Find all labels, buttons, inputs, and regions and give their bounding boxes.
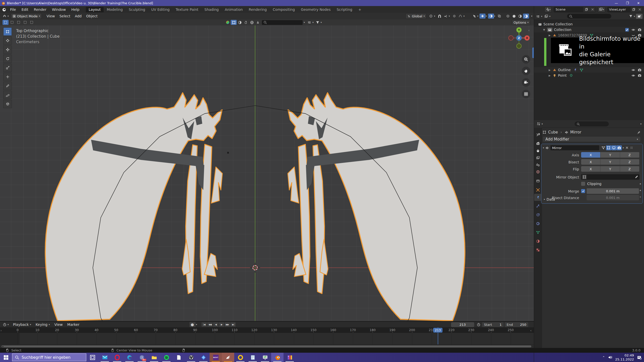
filter-world-icon[interactable] [249,20,255,25]
minimize-button[interactable]: — [611,0,622,6]
taskbar-icon-gem[interactable] [197,353,210,362]
timeline-menu-view[interactable]: View [52,323,65,327]
properties-tab-tool[interactable] [534,131,542,138]
merge-checkbox[interactable] [581,189,585,193]
tool-cursor[interactable] [3,36,12,45]
viewlayer-browse[interactable]: ▾ [598,7,605,12]
properties-tab-texture[interactable] [534,246,542,253]
eye-toggle-icon[interactable] [631,28,635,32]
workspace-tab-texture-paint[interactable]: Texture Paint [173,7,201,12]
disclosure-closed-icon[interactable]: ▶ [549,74,552,77]
flip-x-button[interactable]: X [581,166,600,172]
menu-edit[interactable]: Edit [19,8,31,12]
tool-move[interactable] [3,46,12,54]
tray-volume-icon[interactable] [608,355,612,359]
properties-tab-render[interactable] [534,140,542,147]
shading-wireframe-icon[interactable] [505,14,511,19]
filter-shading-icon[interactable] [237,20,243,25]
taskbar-icon-notepad[interactable] [247,353,259,362]
breadcrumb-object[interactable]: Cube [548,130,558,134]
on-cage-icon[interactable] [606,145,611,150]
snap-magnet-icon[interactable] [437,14,443,19]
blender-menu-icon[interactable] [2,7,6,12]
menu-help[interactable]: Help [69,8,82,12]
check-toggle-icon[interactable] [625,28,629,32]
properties-editor-type-icon[interactable] [536,121,542,126]
outliner-display-mode-icon[interactable] [535,14,541,19]
tool-measure[interactable] [3,91,12,99]
bisect-x-button[interactable]: X [581,159,600,165]
sidebar-toggle-arrow[interactable]: ‹ [528,28,530,32]
remove-viewlayer-icon[interactable]: ✕ [637,7,643,12]
start-frame-field[interactable]: Start1 [482,322,504,327]
grid-perspective-icon[interactable] [522,90,530,98]
outliner-row-outline[interactable]: ▶Outline [534,67,644,73]
pin-icon[interactable] [637,130,641,134]
taskbar-icon-obs[interactable] [185,353,197,362]
properties-tab-material[interactable] [534,238,542,245]
properties-tab-world[interactable] [534,168,542,175]
options-button[interactable]: Options▾ [512,20,530,25]
tool-select-box[interactable] [3,27,12,36]
pan-view-icon[interactable] [522,67,530,75]
next-keyframe-button[interactable]: ▶▶ [225,322,230,327]
eyedropper-icon[interactable] [634,175,638,179]
tray-clock[interactable]: 02:49 25.11.2022 [615,353,634,361]
proportional-edit-icon[interactable] [451,14,457,19]
snap-target-icon[interactable] [443,14,449,19]
prev-keyframe-button[interactable]: ◀◀ [207,322,213,327]
camera-toggle-icon[interactable] [638,28,641,32]
end-frame-field[interactable]: End250 [505,322,528,327]
clipping-checkbox[interactable] [581,182,585,186]
copy-viewlayer-icon[interactable] [631,7,637,12]
properties-tab-object[interactable] [534,186,542,193]
outliner-row-collection[interactable]: ▼Collection [534,27,644,32]
pivot-point-icon[interactable] [428,14,434,19]
timeline-menu-keying[interactable]: Keying▾ [33,323,52,327]
flip-y-button[interactable]: Y [600,166,620,172]
play-button[interactable]: ▶ [219,322,224,327]
filter-funnel-icon[interactable] [314,20,320,25]
toolsettings-search-input[interactable] [262,20,303,25]
playhead-label[interactable]: 213 [433,328,442,333]
properties-tab-viewlayer[interactable] [534,154,542,161]
data-subpanel[interactable]: ▾ Data [544,197,555,201]
properties-tab-modifiers[interactable] [534,194,542,201]
shading-rendered-icon[interactable] [523,14,529,19]
3d-viewport[interactable]: Top Orthographic (213) Collection | Cube… [0,25,534,321]
workspace-tab-geometry-nodes[interactable]: Geometry Nodes [298,7,334,12]
taskbar-icon-ring[interactable] [234,353,247,362]
taskbar-icon-document[interactable] [173,353,185,362]
filter-texture-icon[interactable] [231,20,237,25]
camera-view-icon[interactable] [522,78,530,87]
close-button[interactable]: ✕ [633,0,644,6]
timeline-collapse-arrow[interactable]: ‹ [530,329,532,332]
breadcrumb-modifier[interactable]: Mirror [570,130,581,134]
taskbar-search-box[interactable]: Suchbegriff hier eingeben [12,353,86,361]
outliner-funnel-icon[interactable] [628,14,634,19]
overlays-toggle-icon[interactable] [488,14,494,19]
display-mode-icon[interactable] [306,20,312,25]
timeline-scrollbar-thumb[interactable] [2,345,531,347]
taskbar-icon-spotify[interactable] [160,353,173,362]
render-display-icon[interactable] [617,145,622,150]
taskbar-icon-blender[interactable] [271,353,284,362]
new-collection-button[interactable] [636,14,642,19]
camera-toggle-icon[interactable] [638,74,641,77]
menu-render[interactable]: Render [31,8,49,12]
properties-options-chevron[interactable]: ▾ [640,123,641,125]
action-center-icon[interactable] [637,355,641,360]
axis-z-button[interactable]: Z [620,152,639,158]
axis-y-button[interactable]: Y [600,152,620,158]
viewport-menu-object[interactable]: Object [84,14,100,18]
delete-modifier-icon[interactable]: ✕ [625,146,629,150]
viewport-menu-view[interactable]: View [44,14,57,18]
viewport-menu-add[interactable]: Add [72,14,84,18]
tool-rotate[interactable] [3,55,12,63]
xray-toggle-icon[interactable] [496,14,502,19]
select-mode-intersect[interactable] [29,20,35,25]
taskbar-icon-task-view[interactable] [86,353,99,362]
menu-window[interactable]: Window [49,8,68,12]
bisect-y-button[interactable]: Y [600,159,620,165]
workspace-tab-rendering[interactable]: Rendering [246,7,270,12]
